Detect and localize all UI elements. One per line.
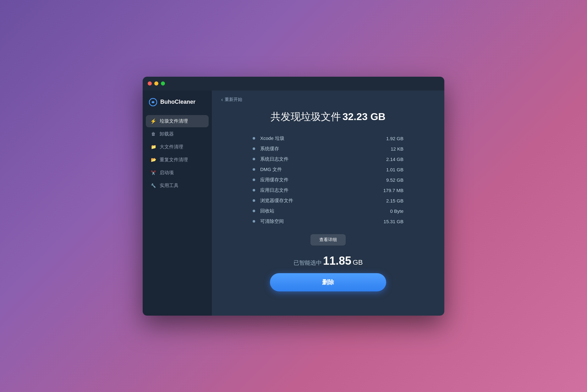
detail-button[interactable]: 查看详细 bbox=[310, 234, 346, 246]
app-body:  BuhoCleaner ⚡ 垃圾文件清理 🗑 卸载器 📁 bbox=[143, 91, 444, 316]
stat-label: 系统缓存 bbox=[260, 146, 375, 152]
minimize-button[interactable] bbox=[154, 81, 158, 86]
smart-size: 11.85 bbox=[323, 254, 351, 267]
stat-value: 9.52 GB bbox=[375, 177, 403, 183]
stat-row-syscache: 系统缓存 12 KB bbox=[253, 144, 403, 154]
stat-value: 2.15 GB bbox=[375, 198, 403, 203]
stat-value: 1.01 GB bbox=[375, 167, 403, 172]
traffic-lights bbox=[148, 81, 165, 86]
headline: 共发现垃圾文件 32.23 GB bbox=[221, 110, 435, 124]
headline-size: 32.23 GB bbox=[343, 111, 386, 122]
duplicate-icon: 📂 bbox=[150, 157, 156, 162]
back-chevron-icon: ‹ bbox=[221, 97, 223, 102]
stat-dot bbox=[253, 220, 255, 223]
stat-label: 浏览器缓存文件 bbox=[260, 198, 375, 204]
stat-dot bbox=[253, 189, 255, 191]
stat-value: 15.31 GB bbox=[375, 219, 403, 224]
logo-icon-svg bbox=[149, 98, 157, 106]
stat-row-browsercache: 浏览器缓存文件 2.15 GB bbox=[253, 196, 403, 206]
sidebar-item-startup-label: 启动项 bbox=[160, 170, 174, 176]
sidebar-item-duplicate-label: 重复文件清理 bbox=[160, 157, 188, 163]
title-bar bbox=[143, 77, 444, 91]
stat-row-syslog: 系统日志文件 2.14 GB bbox=[253, 154, 403, 164]
uninstall-icon: 🗑 bbox=[150, 131, 156, 136]
delete-button-wrap: 删除 bbox=[221, 273, 435, 291]
stat-label: 应用日志文件 bbox=[260, 187, 375, 193]
stat-label: 系统日志文件 bbox=[260, 156, 375, 162]
stat-dot bbox=[253, 137, 255, 140]
stat-dot bbox=[253, 179, 255, 181]
sidebar-item-junk[interactable]: ⚡ 垃圾文件清理 bbox=[146, 115, 209, 127]
sidebar-item-duplicate[interactable]: 📂 重复文件清理 bbox=[146, 154, 209, 166]
app-window:  BuhoCleaner ⚡ 垃圾文件清理 🗑 卸载器 📁 bbox=[143, 77, 444, 316]
sidebar-item-junk-label: 垃圾文件清理 bbox=[160, 118, 188, 124]
stat-dot bbox=[253, 158, 255, 160]
delete-button[interactable]: 删除 bbox=[270, 273, 386, 291]
stat-dot bbox=[253, 147, 255, 150]
stat-label: 应用缓存文件 bbox=[260, 177, 375, 183]
sidebar-logo:  BuhoCleaner bbox=[143, 98, 212, 115]
sidebar-item-startup[interactable]: ✂️ 启动项 bbox=[146, 167, 209, 179]
stat-row-applog: 应用日志文件 179.7 MB bbox=[253, 185, 403, 196]
maximize-button[interactable] bbox=[161, 81, 165, 86]
sidebar-item-tools[interactable]: 🔧 实用工具 bbox=[146, 179, 209, 192]
stat-row-dmg: DMG 文件 1.01 GB bbox=[253, 164, 403, 175]
sidebar-item-uninstall-label: 卸载器 bbox=[160, 131, 174, 137]
tools-icon: 🔧 bbox=[150, 183, 156, 188]
stat-label: 可清除空间 bbox=[260, 218, 375, 224]
stat-label: Xcode 垃圾 bbox=[260, 135, 375, 141]
stat-row-xcode: Xcode 垃圾 1.92 GB bbox=[253, 133, 403, 144]
stat-value: 12 KB bbox=[375, 146, 403, 152]
stat-row-trash: 回收站 0 Byte bbox=[253, 206, 403, 216]
smart-select: 已智能选中 11.85 GB bbox=[221, 254, 435, 268]
sidebar-item-tools-label: 实用工具 bbox=[160, 183, 178, 189]
smart-unit: GB bbox=[353, 258, 363, 266]
stat-dot bbox=[253, 168, 255, 171]
detail-button-wrap: 查看详细 bbox=[221, 234, 435, 246]
stat-value: 1.92 GB bbox=[375, 136, 403, 141]
large-icon: 📁 bbox=[150, 144, 156, 149]
close-button[interactable] bbox=[148, 81, 152, 86]
sidebar-nav: ⚡ 垃圾文件清理 🗑 卸载器 📁 大文件清理 📂 重复文件清理 ✂️ bbox=[143, 115, 212, 192]
stat-value: 179.7 MB bbox=[375, 188, 403, 193]
startup-icon: ✂️ bbox=[150, 170, 156, 175]
back-button[interactable]: ‹ 重新开始 bbox=[221, 97, 242, 102]
logo-text: BuhoCleaner bbox=[160, 99, 195, 105]
stat-dot bbox=[253, 210, 255, 212]
sidebar-item-uninstall[interactable]: 🗑 卸载器 bbox=[146, 128, 209, 140]
back-label: 重新开始 bbox=[225, 97, 242, 102]
sidebar:  BuhoCleaner ⚡ 垃圾文件清理 🗑 卸载器 📁 bbox=[143, 91, 212, 316]
sidebar-item-large[interactable]: 📁 大文件清理 bbox=[146, 141, 209, 153]
stat-label: DMG 文件 bbox=[260, 167, 375, 173]
main-content: ‹ 重新开始 共发现垃圾文件 32.23 GB Xcode 垃圾 1.92 GB… bbox=[212, 91, 444, 316]
headline-text: 共发现垃圾文件 bbox=[271, 111, 341, 122]
stat-label: 回收站 bbox=[260, 208, 375, 214]
sidebar-item-large-label: 大文件清理 bbox=[160, 144, 183, 150]
stat-dot bbox=[253, 199, 255, 202]
stat-value: 0 Byte bbox=[375, 208, 403, 214]
stat-row-clearable: 可清除空间 15.31 GB bbox=[253, 216, 403, 227]
stats-list: Xcode 垃圾 1.92 GB 系统缓存 12 KB 系统日志文件 2.14 … bbox=[253, 133, 403, 227]
stat-row-appcache: 应用缓存文件 9.52 GB bbox=[253, 175, 403, 185]
junk-icon: ⚡ bbox=[150, 118, 156, 124]
smart-prefix: 已智能选中 bbox=[294, 260, 322, 266]
stat-value: 2.14 GB bbox=[375, 157, 403, 162]
